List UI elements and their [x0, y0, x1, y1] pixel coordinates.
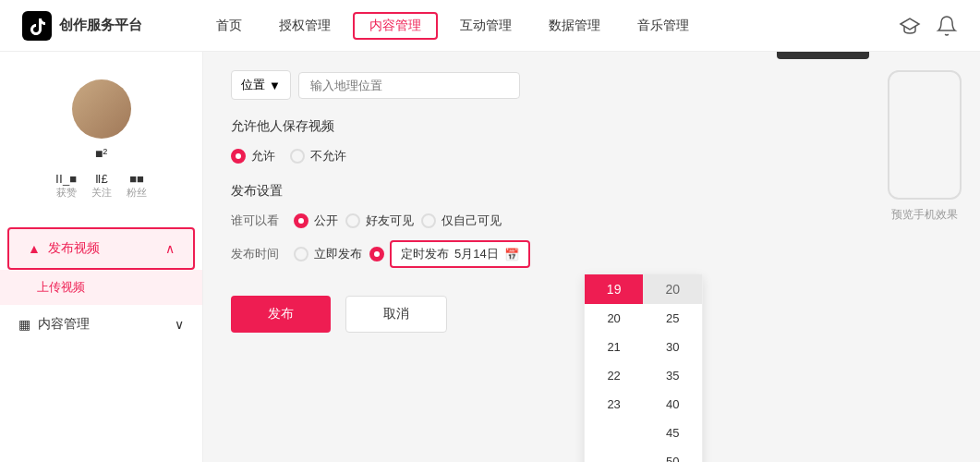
- immediate-radio[interactable]: [294, 247, 309, 261]
- stat-likes-num: ⅠⅠ_■: [55, 172, 77, 186]
- username: ■²: [95, 146, 107, 161]
- time-cell-23[interactable]: 23: [585, 390, 644, 419]
- nav: 首页 授权管理 内容管理 互动管理 数据管理 音乐管理: [198, 0, 899, 52]
- sidebar-item-content-manage[interactable]: ▦ 内容管理 ∨: [0, 305, 202, 344]
- time-cell-20[interactable]: 20: [585, 304, 644, 333]
- friends-label: 好友可见: [366, 213, 414, 229]
- notification-icon[interactable]: [936, 15, 958, 37]
- save-video-title: 允许他人保存视频: [231, 118, 841, 135]
- public-radio[interactable]: [294, 213, 309, 228]
- visibility-row: 谁可以看 公开 好友可见 仅自己可见: [231, 213, 841, 229]
- time-cell-50[interactable]: 50: [643, 447, 702, 462]
- header: 创作服务平台 首页 授权管理 内容管理 互动管理 数据管理 音乐管理: [0, 0, 980, 52]
- save-allow-radio[interactable]: [231, 149, 246, 164]
- sidebar-menu: ▲ 发布视频 ∧ 上传视频 ▦ 内容管理 ∨: [0, 227, 202, 344]
- time-cell-25[interactable]: 25: [643, 304, 702, 333]
- sidebar: ■² ⅠⅠ_■ 获赞 Ⅱ£ 关注 ■■ 粉丝 ▲: [0, 52, 203, 462]
- save-video-radio-group: 允许 不允许: [231, 148, 841, 164]
- scheduled-option[interactable]: 定时发布 5月14日 📅: [369, 240, 530, 268]
- save-deny-radio[interactable]: [290, 149, 305, 164]
- stat-likes-label: 获赞: [56, 186, 77, 200]
- publish-section: 谁可以看 公开 好友可见 仅自己可见 发布时间: [231, 213, 841, 268]
- time-cell-30[interactable]: 30: [643, 333, 702, 361]
- visibility-private[interactable]: 仅自己可见: [421, 213, 502, 229]
- menu-left-content: ▦ 内容管理: [18, 316, 90, 333]
- content-manage-label: 内容管理: [38, 316, 90, 333]
- logo-area: 创作服务平台: [22, 11, 142, 41]
- publish-time-label: 发布时间: [231, 246, 286, 262]
- private-radio[interactable]: [421, 213, 436, 228]
- location-label: 位置: [241, 77, 265, 93]
- menu-left-publish: ▲ 发布视频: [28, 240, 100, 257]
- time-cell-22[interactable]: 22: [585, 361, 644, 390]
- chevron-up-icon: ∧: [165, 241, 175, 256]
- time-cell-45[interactable]: 45: [643, 419, 702, 447]
- nav-music[interactable]: 音乐管理: [619, 0, 708, 52]
- time-col-minutes: 20 25 30 35 40 45 50 55: [643, 274, 702, 462]
- sidebar-item-publish-video[interactable]: ▲ 发布视频 ∧: [7, 227, 195, 270]
- publish-settings-title: 发布设置: [231, 183, 841, 200]
- stat-follow: Ⅱ£ 关注: [91, 172, 112, 200]
- scheduled-date: 5月14日: [454, 246, 499, 262]
- time-picker-dropdown: 19 20 21 22 23 20 25 30 35 40 45 50 55: [584, 274, 703, 462]
- preview-phone: [888, 70, 962, 200]
- graduation-icon[interactable]: [899, 15, 921, 37]
- time-box[interactable]: 定时发布 5月14日 📅: [390, 240, 530, 268]
- logo-text: 创作服务平台: [59, 17, 142, 34]
- stat-follow-label: 关注: [91, 186, 112, 200]
- preview-label: 预览手机效果: [891, 207, 958, 223]
- profile-area: ■² ⅠⅠ_■ 获赞 Ⅱ£ 关注 ■■ 粉丝: [0, 70, 202, 218]
- visibility-friends[interactable]: 好友可见: [345, 213, 414, 229]
- calendar-icon[interactable]: 📅: [504, 248, 519, 261]
- scheduled-label: 定时发布: [401, 246, 449, 262]
- sidebar-item-upload-video[interactable]: 上传视频: [0, 270, 202, 305]
- main: ■² ⅠⅠ_■ 获赞 Ⅱ£ 关注 ■■ 粉丝 ▲: [0, 52, 980, 462]
- private-label: 仅自己可见: [442, 213, 502, 229]
- stat-fans-label: 粉丝: [127, 186, 147, 200]
- save-deny-label: 不允许: [310, 148, 346, 164]
- location-select[interactable]: 位置 ▼: [231, 70, 291, 100]
- time-cell-21[interactable]: 21: [585, 333, 644, 361]
- time-cell-40[interactable]: 40: [643, 390, 702, 419]
- dropdown-arrow-icon: ▼: [269, 79, 281, 92]
- stat-fans: ■■ 粉丝: [127, 172, 147, 200]
- publish-video-label: 发布视频: [48, 240, 100, 257]
- immediate-label: 立即发布: [314, 246, 362, 262]
- time-hour-header[interactable]: 19: [585, 274, 644, 304]
- save-allow-label: 允许: [251, 148, 275, 164]
- public-label: 公开: [314, 213, 338, 229]
- avatar: [72, 79, 131, 139]
- action-row: 发布 取消: [231, 296, 841, 333]
- location-input[interactable]: [298, 72, 520, 99]
- location-row: 位置 ▼: [231, 70, 841, 100]
- friends-radio[interactable]: [345, 213, 360, 228]
- stat-fans-num: ■■: [129, 172, 144, 186]
- nav-auth[interactable]: 授权管理: [260, 0, 349, 52]
- grid-icon: ▦: [18, 317, 30, 332]
- nav-data[interactable]: 数据管理: [530, 0, 619, 52]
- chevron-down-icon: ∨: [175, 317, 184, 332]
- stat-likes: ⅠⅠ_■ 获赞: [55, 172, 77, 200]
- nav-home[interactable]: 首页: [198, 0, 260, 52]
- preview-area: 预览手机效果: [869, 52, 980, 462]
- save-deny-option[interactable]: 不允许: [290, 148, 346, 164]
- publish-time-row: 发布时间 立即发布 定时发布 5月14日 📅: [231, 240, 841, 268]
- time-col-hours: 19 20 21 22 23: [585, 274, 644, 462]
- upload-icon: ▲: [28, 241, 41, 256]
- time-min-header[interactable]: 20: [643, 274, 702, 304]
- visibility-public[interactable]: 公开: [294, 213, 338, 229]
- stats-row: ⅠⅠ_■ 获赞 Ⅱ£ 关注 ■■ 粉丝: [55, 172, 147, 200]
- save-allow-option[interactable]: 允许: [231, 148, 275, 164]
- content-area: 位置 ▼ 允许他人保存视频 允许 不允许 发布设置 谁可以看: [203, 52, 869, 462]
- nav-interact[interactable]: 互动管理: [442, 0, 530, 52]
- immediate-option[interactable]: 立即发布: [294, 246, 362, 262]
- svg-rect-0: [22, 11, 52, 41]
- nav-content[interactable]: 内容管理: [353, 12, 438, 40]
- cancel-button[interactable]: 取消: [345, 296, 447, 333]
- time-cell-35[interactable]: 35: [643, 361, 702, 390]
- stat-follow-num: Ⅱ£: [95, 172, 107, 186]
- scheduled-radio[interactable]: [369, 247, 384, 261]
- publish-button[interactable]: 发布: [231, 296, 331, 333]
- upload-video-label: 上传视频: [37, 280, 85, 294]
- header-right: [899, 15, 958, 37]
